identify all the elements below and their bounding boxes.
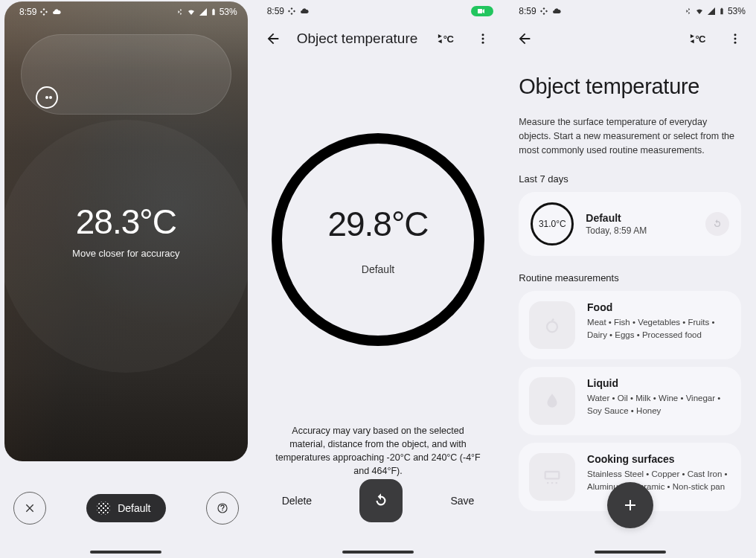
nav-handle[interactable] [595, 551, 666, 554]
status-bar: 8:59 53% [504, 0, 756, 22]
back-button[interactable] [511, 25, 538, 52]
new-measurement-fab[interactable] [607, 482, 653, 528]
cloud-icon [51, 7, 62, 16]
battery-icon [210, 7, 217, 17]
plus-icon [621, 496, 639, 514]
routine-title: Liquid [587, 377, 731, 389]
wifi-icon [186, 7, 196, 16]
network-icon [287, 7, 296, 16]
signal-icon [707, 7, 716, 16]
overflow-menu-button[interactable] [470, 25, 496, 52]
camera-viewfinder[interactable]: 8:59 53% 28.3°C Move closer for accuracy [4, 1, 248, 461]
refresh-icon [371, 491, 391, 510]
recent-measurement-card[interactable]: 31.0°C Default Today, 8:59 AM [519, 192, 741, 256]
material-chip-label: Default [118, 502, 150, 514]
status-time: 8:59 [19, 7, 36, 17]
nav-handle[interactable] [342, 551, 414, 554]
section-routine: Routine measurements [519, 272, 741, 283]
video-icon [475, 7, 486, 16]
status-battery: 53% [728, 6, 746, 16]
unit-label: °C [443, 33, 454, 45]
unit-label: °C [695, 33, 705, 45]
battery-icon [718, 6, 725, 16]
help-icon [217, 502, 228, 514]
help-button[interactable] [206, 492, 239, 525]
svg-point-4 [734, 33, 736, 36]
accuracy-hint: Move closer for accuracy [4, 248, 248, 259]
recent-temperature: 31.0°C [539, 219, 566, 229]
bluetooth-icon [685, 7, 692, 16]
svg-rect-8 [545, 472, 560, 478]
back-arrow-icon [265, 31, 281, 47]
recent-temperature-ring: 31.0°C [531, 202, 574, 246]
accuracy-note: Accuracy may vary based on the selected … [252, 424, 504, 478]
routine-title: Food [587, 301, 731, 313]
status-bar: 8:59 [252, 0, 504, 22]
status-time: 8:59 [267, 6, 284, 16]
close-icon [24, 502, 36, 514]
food-icon [529, 301, 575, 349]
svg-point-2 [482, 38, 484, 40]
routine-card-food[interactable]: Food Meat • Fish • Vegetables • Fruits •… [519, 291, 741, 359]
routine-desc: Stainless Steel • Copper • Cast Iron • A… [587, 468, 731, 493]
stove-icon [529, 453, 575, 501]
back-button[interactable] [260, 25, 286, 52]
signal-icon [199, 7, 208, 16]
unit-toggle-button[interactable]: ▸◂ °C [685, 25, 711, 52]
material-chip[interactable]: Default [86, 494, 165, 522]
svg-point-7 [547, 322, 557, 333]
result-material-label: Default [362, 263, 394, 275]
swap-icon: ▸◂ [691, 33, 694, 44]
swap-icon: ▸◂ [438, 33, 442, 44]
unit-toggle-button[interactable]: ▸◂ °C [432, 25, 459, 52]
save-button[interactable]: Save [450, 495, 474, 507]
network-icon [39, 7, 48, 16]
recent-time: Today, 8:59 AM [586, 225, 647, 236]
result-temperature: 29.8°C [327, 204, 428, 244]
result-ring: 29.8°C Default [272, 133, 484, 346]
network-icon [539, 7, 548, 16]
overflow-menu-button[interactable] [722, 25, 749, 52]
svg-point-5 [734, 38, 736, 40]
bluetooth-icon [176, 7, 184, 16]
routine-title: Cooking surfaces [587, 453, 731, 465]
close-button[interactable] [13, 492, 46, 525]
page-title: Object temperature [519, 74, 741, 99]
nav-handle[interactable] [90, 551, 161, 554]
refresh-icon [711, 218, 723, 230]
target-indicator-icon [36, 86, 58, 109]
camera-access-pill[interactable] [471, 6, 493, 16]
routine-card-liquid[interactable]: Liquid Water • Oil • Milk • Wine • Vineg… [519, 367, 741, 435]
back-arrow-icon [516, 31, 533, 47]
cloud-icon [299, 7, 310, 16]
wifi-icon [694, 7, 705, 16]
svg-point-6 [734, 42, 736, 44]
remeasure-button[interactable] [359, 479, 403, 522]
status-battery: 53% [220, 7, 237, 17]
material-icon [97, 501, 110, 515]
svg-point-1 [482, 33, 484, 36]
cloud-icon [551, 7, 562, 16]
more-vert-icon [476, 32, 490, 45]
routine-desc: Water • Oil • Milk • Wine • Vinegar • So… [587, 392, 731, 417]
svg-point-3 [482, 42, 484, 44]
delete-button[interactable]: Delete [282, 495, 312, 507]
page-subtitle: Measure the surface temperature of every… [519, 115, 741, 157]
section-last-7-days: Last 7 days [519, 173, 741, 185]
live-temperature: 28.3°C [4, 202, 248, 242]
status-bar: 8:59 53% [4, 1, 248, 22]
target-circle [4, 120, 248, 373]
routine-desc: Meat • Fish • Vegetables • Fruits • Dair… [587, 316, 731, 341]
more-vert-icon [728, 32, 742, 45]
app-bar-title: Object temperature [297, 31, 423, 47]
recent-name: Default [586, 212, 647, 224]
recent-refresh-button[interactable] [705, 212, 729, 236]
status-time: 8:59 [519, 6, 536, 16]
liquid-icon [529, 377, 575, 425]
